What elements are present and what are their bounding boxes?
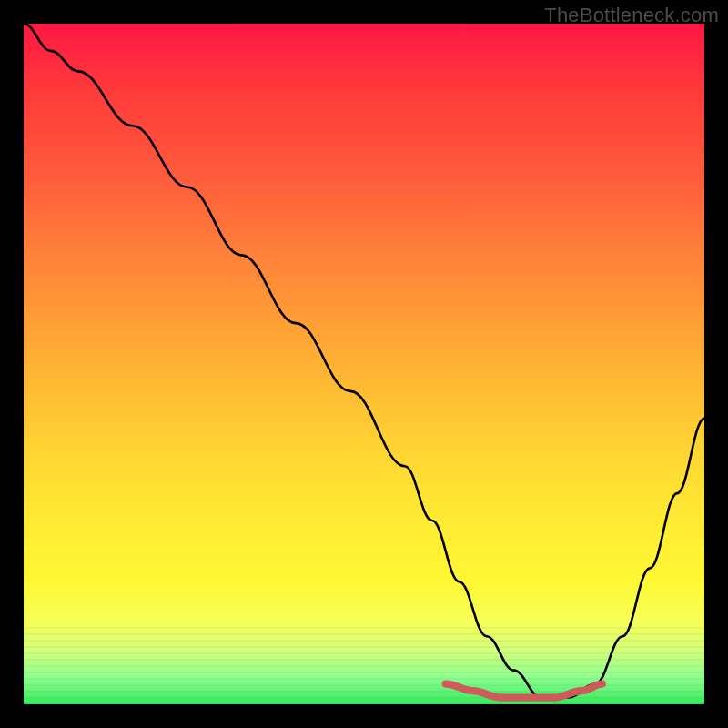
chart-frame [24,24,704,704]
chart-plot-area [24,24,704,704]
black-curve-path [24,24,704,698]
red-highlight-path [446,684,602,698]
watermark-text: TheBottleneck.com [544,4,719,27]
